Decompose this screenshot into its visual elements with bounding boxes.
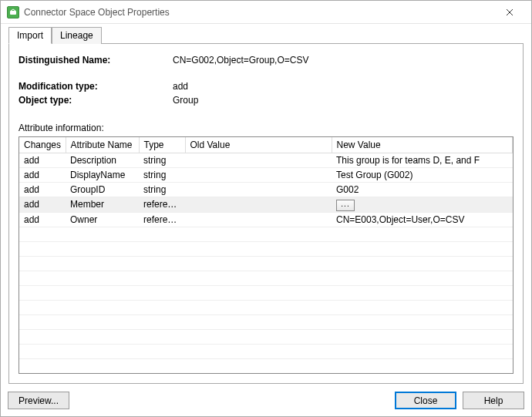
table-row-empty [19, 329, 513, 344]
svg-rect-0 [10, 11, 16, 15]
cell-type: string [139, 153, 185, 167]
objtype-value: Group [173, 95, 513, 106]
footer-buttons: Preview... Close Help [8, 392, 524, 409]
cell-changes: add [19, 182, 66, 197]
cell-type: string [139, 167, 185, 182]
modtype-value: add [173, 81, 513, 92]
titlebar: Connector Space Object Properties [1, 1, 531, 24]
col-header-changes[interactable]: Changes [19, 137, 66, 153]
tab-lineage[interactable]: Lineage [52, 27, 102, 44]
table-row[interactable]: add DisplayName string Test Group (G002) [19, 167, 513, 182]
table-row-empty [19, 227, 513, 241]
cell-new: CN=E003,Object=User,O=CSV [332, 212, 513, 227]
col-header-old[interactable]: Old Value [185, 137, 332, 153]
table-row-empty [19, 271, 513, 285]
table-header-row: Changes Attribute Name Type Old Value Ne… [19, 137, 513, 153]
preview-button[interactable]: Preview... [8, 392, 69, 409]
content-area: Import Lineage Distinguished Name: CN=G0… [1, 24, 531, 384]
table-row-empty [19, 344, 513, 358]
modtype-label: Modification type: [19, 81, 173, 92]
col-header-attr[interactable]: Attribute Name [66, 137, 139, 153]
help-button[interactable]: Help [463, 392, 524, 409]
attr-info-label: Attribute information: [19, 123, 513, 133]
tab-pane-import: Distinguished Name: CN=G002,Object=Group… [8, 44, 524, 384]
cell-old [185, 182, 332, 197]
table-row[interactable]: add Owner reference CN=E003,Object=User,… [19, 212, 513, 227]
cell-new: Test Group (G002) [332, 167, 513, 182]
table-row-empty [19, 241, 513, 256]
cell-old [185, 212, 332, 227]
cell-attr: DisplayName [66, 167, 139, 182]
dn-value: CN=G002,Object=Group,O=CSV [173, 55, 513, 66]
dn-label: Distinguished Name: [19, 55, 173, 66]
cell-changes: add [19, 212, 66, 227]
cell-changes: add [19, 167, 66, 182]
objtype-row: Object type: Group [19, 95, 513, 106]
cell-type: string [139, 182, 185, 197]
cell-attr: Member [66, 197, 139, 212]
window-title: Connector Space Object Properties [24, 7, 494, 18]
table-row-empty [19, 285, 513, 300]
cell-type: reference [139, 212, 185, 227]
objtype-label: Object type: [19, 95, 173, 106]
cell-type: reference [139, 197, 185, 212]
table-row[interactable]: add GroupID string G002 [19, 182, 513, 197]
cell-new: G002 [332, 182, 513, 197]
cell-attr: GroupID [66, 182, 139, 197]
col-header-new[interactable]: New Value [332, 137, 513, 153]
table-row-empty [19, 358, 513, 373]
table-row[interactable]: add Member reference ... [19, 197, 513, 212]
cell-old [185, 153, 332, 167]
close-button[interactable]: Close [395, 392, 456, 409]
table-row-empty [19, 300, 513, 314]
cell-changes: add [19, 153, 66, 167]
table-row-empty [19, 314, 513, 329]
cell-new: This group is for teams D, E, and F [332, 153, 513, 167]
table-row[interactable]: add Description string This group is for… [19, 153, 513, 167]
app-icon [7, 6, 19, 18]
dn-row: Distinguished Name: CN=G002,Object=Group… [19, 55, 513, 66]
tab-strip: Import Lineage [8, 27, 524, 44]
cell-attr: Owner [66, 212, 139, 227]
col-header-type[interactable]: Type [139, 137, 185, 153]
cell-new: ... [332, 197, 513, 212]
attribute-table-container: Changes Attribute Name Type Old Value Ne… [19, 136, 513, 374]
cell-old [185, 197, 332, 212]
table-row-empty [19, 256, 513, 271]
cell-changes: add [19, 197, 66, 212]
cell-old [185, 167, 332, 182]
tab-import[interactable]: Import [8, 27, 52, 44]
window-close-button[interactable] [494, 2, 525, 23]
attribute-table: Changes Attribute Name Type Old Value Ne… [19, 137, 513, 374]
modtype-row: Modification type: add [19, 81, 513, 92]
ellipsis-button[interactable]: ... [336, 200, 355, 211]
cell-attr: Description [66, 153, 139, 167]
